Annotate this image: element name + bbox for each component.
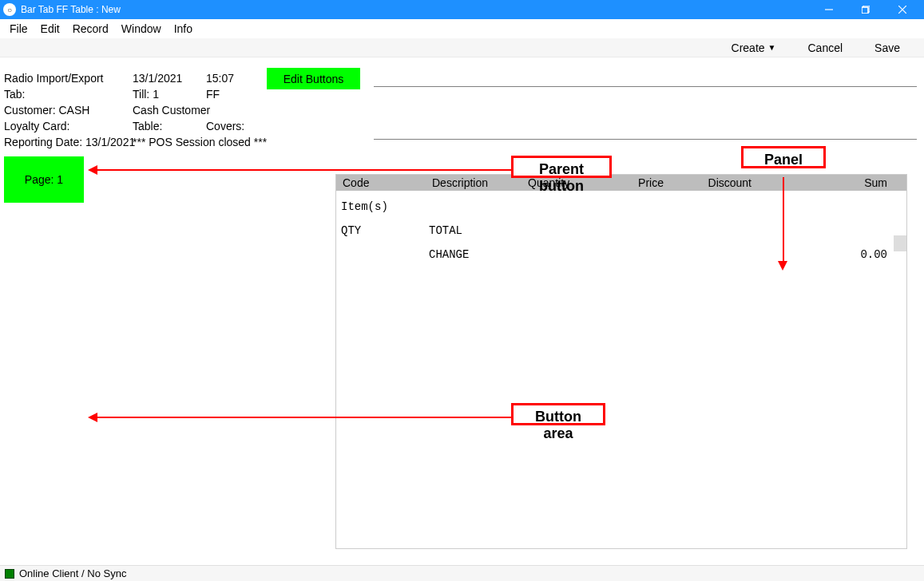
menu-bar: File Edit Record Window Info (0, 19, 924, 38)
arrow-line (783, 177, 784, 261)
session-status: *** POS Session closed *** (133, 136, 267, 148)
qty-label: QTY (341, 224, 361, 237)
menu-info[interactable]: Info (168, 21, 199, 37)
cancel-button[interactable]: Cancel (807, 42, 843, 54)
arrow-head-icon (88, 165, 97, 175)
scrollbar-thumb[interactable] (894, 235, 906, 251)
change-value: 0.00 (860, 248, 887, 261)
annotation-panel: Panel (741, 146, 826, 168)
change-label: CHANGE (429, 248, 469, 261)
loyalty-label: Loyalty Card: (4, 120, 69, 132)
menu-record[interactable]: Record (66, 21, 115, 37)
action-toolbar: Create ▼ Cancel Save (0, 38, 924, 57)
tab-label: Tab: (4, 88, 25, 101)
arrow-line (97, 417, 511, 418)
content-area: Radio Import/Export 13/1/2021 15:07 Tab:… (0, 57, 924, 565)
window-title: Bar Tab FF Table : New (21, 4, 811, 15)
arrow-head-icon (88, 413, 97, 422)
create-button[interactable]: Create ▼ (732, 42, 776, 54)
annotation-button-area: Button area (511, 403, 605, 425)
till-type: FF (206, 88, 220, 101)
table-label: Table: (133, 120, 162, 132)
minimize-button[interactable] (811, 0, 847, 19)
location-label: Radio Import/Export (4, 72, 104, 85)
maximize-button[interactable] (847, 0, 884, 19)
status-text: Online Client / No Sync (19, 567, 126, 579)
chevron-down-icon: ▼ (768, 43, 776, 52)
create-label: Create (732, 42, 765, 54)
customer-name: Cash Customer (133, 104, 210, 117)
col-sum: Sum (861, 175, 890, 191)
page-button[interactable]: Page: 1 (4, 156, 84, 203)
annotation-parent-button: Parent button (511, 156, 612, 178)
items-panel: Code Description Quantity Price Discount… (335, 174, 907, 549)
page-label: Page: 1 (25, 173, 63, 186)
covers-label: Covers: (206, 120, 244, 132)
time-value: 15:07 (206, 72, 234, 85)
arrow-line (97, 169, 511, 171)
title-bar: ○ Bar Tab FF Table : New (0, 0, 924, 19)
total-label: TOTAL (429, 224, 462, 237)
col-discount: Discount (705, 175, 755, 191)
status-bar: Online Client / No Sync (0, 565, 924, 581)
col-price: Price (635, 175, 667, 191)
app-icon: ○ (3, 3, 16, 16)
arrow-head-icon (778, 261, 787, 271)
save-button[interactable]: Save (874, 42, 900, 54)
online-indicator-icon (5, 569, 14, 579)
edit-buttons-button[interactable]: Edit Buttons (267, 68, 360, 89)
menu-edit[interactable]: Edit (34, 21, 66, 37)
col-code: Code (339, 175, 372, 191)
panel-header: Code Description Quantity Price Discount… (336, 175, 906, 191)
reporting-date-label: Reporting Date: 13/1/2021 (4, 136, 135, 148)
divider-line (374, 139, 917, 140)
menu-file[interactable]: File (3, 21, 34, 37)
till-label: Till: 1 (133, 88, 159, 101)
date-value: 13/1/2021 (133, 72, 182, 85)
items-label: Item(s) (341, 200, 388, 213)
customer-label: Customer: CASH (4, 104, 89, 117)
divider-line (374, 86, 917, 87)
edit-buttons-label: Edit Buttons (284, 73, 344, 85)
window-controls (811, 0, 921, 19)
close-button[interactable] (884, 0, 921, 19)
panel-body: Item(s) QTY TOTAL CHANGE 0.00 (336, 191, 906, 548)
menu-window[interactable]: Window (115, 21, 168, 37)
svg-rect-2 (862, 7, 868, 14)
col-description: Description (429, 175, 491, 191)
